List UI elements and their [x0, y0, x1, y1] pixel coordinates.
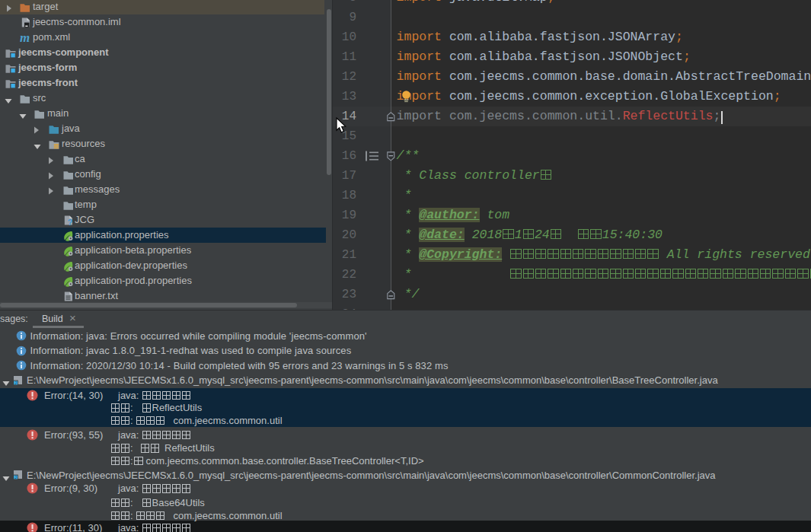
svg-text:J: J: [14, 380, 17, 384]
svg-text:J: J: [14, 475, 17, 479]
